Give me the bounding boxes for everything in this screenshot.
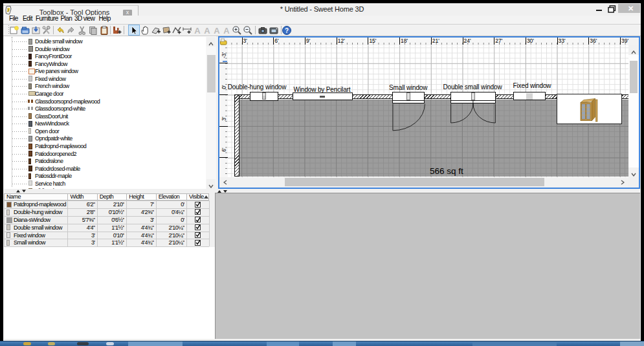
svg-text:A: A <box>204 26 210 36</box>
svg-text:A: A <box>214 26 220 36</box>
svg-text:A: A <box>194 26 201 36</box>
svg-text:A: A <box>223 26 230 36</box>
svg-text:?: ? <box>285 27 289 34</box>
